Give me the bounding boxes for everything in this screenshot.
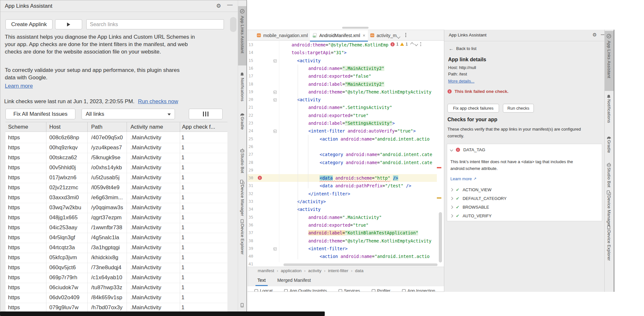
table-row[interactable]: https04ic253aay/1wwnfbr738.MainActivity1 (5, 223, 227, 233)
search-input[interactable] (86, 19, 224, 29)
table-row[interactable]: https060qv5jct6/73ne8udqj4.MainActivity1 (5, 263, 227, 273)
check-row-default_category[interactable]: ✔DEFAULT_CATEGORY (450, 196, 506, 201)
run-checks-now-link[interactable]: Run checks now (138, 98, 178, 104)
code-line[interactable]: </intent-filter> (308, 190, 350, 198)
table-row[interactable]: https02jv21zzmc/l059v8t4e9.MainActivity1 (5, 183, 227, 193)
tab-activity_m[interactable]: <>activity_m (367, 30, 399, 41)
gutter-error-icon[interactable]: ! (258, 176, 262, 180)
col-path[interactable]: Path (91, 124, 102, 130)
stripe-tab-device-explorer[interactable]: Device Explorer (607, 230, 611, 261)
stripe-tab-device-explorer[interactable]: Device Explorer (240, 224, 245, 255)
fold-marker-icon[interactable] (274, 247, 277, 251)
code-line[interactable]: android:exported="true" (308, 221, 369, 229)
code-line[interactable]: android:exported="true" (308, 112, 369, 119)
code-line[interactable]: android:label="MainActivity2" (308, 80, 384, 88)
error-stripe-mark-red[interactable] (437, 167, 441, 168)
code-line[interactable]: <action android:name="android.intent.act… (320, 252, 429, 260)
learn-more-link[interactable]: Learn more (5, 83, 33, 89)
check-row-auto_verify[interactable]: ✔AUTO_VERIFY (450, 213, 492, 218)
breadcrumb-item-manifest[interactable]: manifest (258, 268, 274, 273)
stripe-tab-app-links-assistant[interactable]: App Links Assistant (607, 41, 611, 78)
links-filter-dropdown[interactable]: All links (82, 109, 175, 119)
code-line[interactable]: <category android:name="android.intent.c… (320, 159, 432, 166)
dock-item-logcat[interactable]: Logcat (255, 287, 273, 291)
stripe-tab-gradle[interactable]: Gradle (607, 140, 611, 153)
code-line[interactable]: android:label="KotlinBlankTestApplicatio… (308, 229, 418, 237)
code-line[interactable]: android:name=".MainActivity" (308, 213, 382, 221)
table-row[interactable]: https048jg1x665/qgrt37ezpm.MainActivity1 (5, 213, 227, 223)
fix-app-check-failures-button[interactable]: Fix app check failures (447, 104, 499, 113)
col-activity[interactable]: Activity name (130, 124, 163, 130)
dock-item-profiler[interactable]: Profiler (372, 287, 390, 291)
stripe-tab-notifications[interactable]: Notifications (607, 99, 611, 123)
more-details-link[interactable]: More details... (448, 79, 475, 84)
breadcrumb-item-activity[interactable]: activity (308, 268, 322, 273)
learn-more-link[interactable]: Learn more ↗ (450, 176, 476, 181)
fold-marker-icon[interactable] (274, 91, 277, 94)
table-row[interactable]: https00tskcza62/5lknugk9se.MainActivity1 (5, 153, 227, 163)
next-issue-icon[interactable] (414, 42, 418, 46)
expand-chevron-icon[interactable] (450, 214, 453, 218)
bottom-tab-merged-manifest[interactable]: Merged Manifest (275, 275, 313, 286)
stripe-tab-app-links-assistant[interactable]: App Links Assistant (240, 16, 245, 54)
back-to-list-link[interactable]: ← Back to list (449, 46, 476, 51)
breadcrumb-item-intent-filter[interactable]: intent-filter (328, 268, 348, 273)
tab-list-chevron-icon[interactable] (397, 34, 400, 39)
prev-issue-icon[interactable] (410, 42, 414, 46)
gear-icon[interactable]: ⚙ (592, 32, 597, 38)
expand-chevron-icon[interactable] (450, 197, 453, 200)
col-scheme[interactable]: Scheme (8, 124, 28, 130)
inspections-kebab-icon[interactable] (420, 42, 421, 46)
code-line[interactable]: <intent-filter android:autoVerify="true"… (308, 127, 416, 135)
dock-item-services[interactable]: Services (339, 287, 360, 291)
code-line[interactable]: tools:targetApi="31"> (292, 49, 347, 56)
column-settings-button[interactable] (189, 109, 223, 119)
table-row[interactable]: https00hq9zrkqv/yzu4kpeas7.MainActivity1 (5, 143, 227, 153)
editor-vertical-scrollbar[interactable] (439, 212, 442, 262)
stripe-tab-studio-bot[interactable]: Studio Bot (240, 153, 245, 173)
device-icon[interactable] (240, 303, 245, 308)
table-row[interactable]: https06ciudok7w/tu87hwp33z.MainActivity1 (5, 283, 227, 293)
code-line[interactable]: android:theme="@style/Theme.KotlinEmptyA… (308, 88, 431, 96)
table-row[interactable]: https04r5lqn3gf/4g5nalc1la.MainActivity1 (5, 233, 227, 243)
run-checks-button[interactable]: Run checks (503, 104, 534, 113)
code-line[interactable]: <intent-filter> (308, 245, 348, 252)
dock-item-app-quality-insights[interactable]: App Quality Insights (284, 287, 327, 291)
close-icon[interactable]: × (363, 33, 365, 38)
table-row[interactable]: https00v5hhld0j/o0xhs14ykb.MainActivity1 (5, 163, 227, 173)
code-line[interactable]: </activity> (297, 198, 326, 205)
data-tag-check-row[interactable]: ! DATA_TAG (450, 147, 485, 152)
fold-marker-icon[interactable] (274, 59, 277, 63)
table-row[interactable]: https008c6z68np/407e09q5x0.MainActivity1 (5, 133, 227, 143)
table-row[interactable]: https04rtcqtz3a/3a1hgptqgi.MainActivity1 (5, 243, 227, 253)
table-row[interactable]: https069p7r79rh/c1x64yab10.MainActivity1 (5, 273, 227, 283)
create-applink-button[interactable]: Create Applink (5, 19, 53, 29)
error-stripe-mark-yellow[interactable] (437, 197, 441, 199)
stripe-tab-notifications[interactable]: Notifications (240, 78, 245, 101)
col-appcheck[interactable]: App check f... (182, 124, 215, 130)
fold-marker-icon[interactable] (274, 130, 277, 133)
stripe-tab-studio-bot[interactable]: Studio Bot (607, 167, 611, 187)
gear-icon[interactable]: ⚙ (216, 3, 221, 9)
code-line[interactable]: android:name=".MainActivity2" (308, 64, 384, 72)
tab-AndroidManifest.xml[interactable]: MFAndroidManifest.xml× (310, 30, 368, 42)
code-line[interactable]: <data android:scheme="http" /> (320, 174, 398, 182)
tab-options-kebab-icon[interactable] (405, 33, 406, 37)
code-line[interactable]: <activity (297, 57, 321, 64)
code-line[interactable]: android:theme="@style/Theme.KotlinEmp (292, 41, 389, 49)
code-line[interactable]: android:name=".SettingsActivity" (308, 104, 392, 111)
code-line[interactable]: <activity (297, 96, 321, 104)
code-line[interactable]: <data android:pathPrefix="/test" /> (320, 182, 411, 190)
panel-scrollbar[interactable] (230, 17, 236, 32)
stripe-tab-device-manager[interactable]: Device Manager (240, 185, 245, 216)
stripe-tab-gradle[interactable]: Gradle (240, 117, 245, 130)
table-row[interactable]: https06dv02o409/84k659v1sp.MainActivity1 (5, 293, 227, 303)
code-line[interactable]: <category android:name="android.intent.c… (320, 151, 432, 158)
tab-mobile_navigation.xml[interactable]: <>mobile_navigation.xml× (254, 30, 316, 41)
stripe-tab-device-manager[interactable]: Device Manager (607, 195, 611, 227)
collapse-chevron-icon[interactable] (450, 148, 453, 152)
fix-all-manifest-issues-button[interactable]: Fix All Manifest Issues (5, 109, 75, 119)
expand-chevron-icon[interactable] (450, 188, 453, 192)
code-line[interactable]: android:theme="@style/Theme.KotlinEmptyA… (308, 237, 431, 245)
code-line[interactable]: android:label="SettingsActivity"> (308, 119, 395, 127)
